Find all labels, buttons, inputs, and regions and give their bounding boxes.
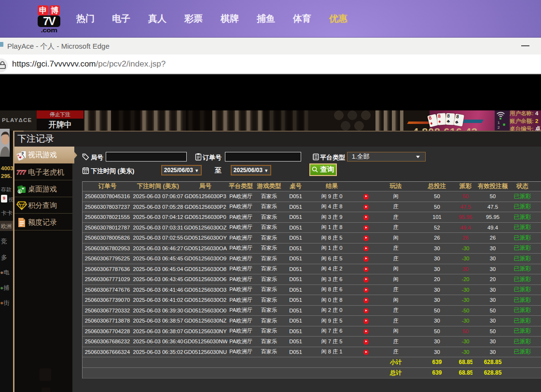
svg-text:$: $ bbox=[19, 189, 21, 193]
svg-text:777: 777 bbox=[16, 169, 26, 176]
svg-text:9: 9 bbox=[22, 151, 24, 155]
